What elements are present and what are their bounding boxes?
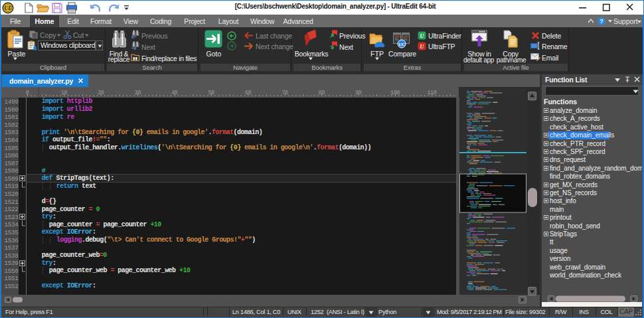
svg-text:10: 10 <box>61 90 68 96</box>
svg-text:UE: UE <box>5 5 11 11</box>
svg-text:20: 20 <box>98 90 104 96</box>
svg-text:60: 60 <box>245 90 252 96</box>
svg-text:100: 100 <box>390 90 400 96</box>
svg-text:110: 110 <box>427 90 436 96</box>
svg-text:UC: UC <box>398 42 405 47</box>
svg-text:50: 50 <box>208 90 214 96</box>
svg-text:90: 90 <box>355 90 362 96</box>
svg-text:0: 0 <box>26 90 29 96</box>
svg-text:70: 70 <box>282 90 288 96</box>
svg-text:40: 40 <box>171 90 178 96</box>
svg-text:30: 30 <box>135 90 141 96</box>
svg-text:?: ? <box>600 18 604 25</box>
svg-text:80: 80 <box>319 90 325 96</box>
